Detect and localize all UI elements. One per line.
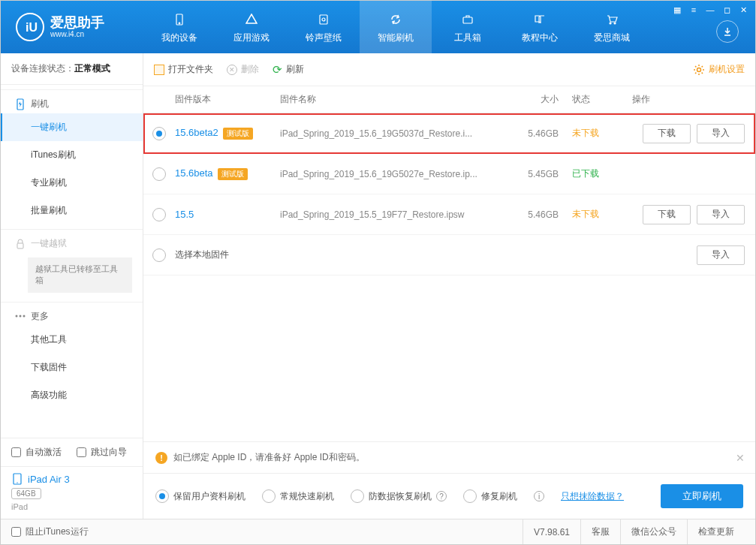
flash-now-button[interactable]: 立即刷机 <box>661 484 743 508</box>
mode-repair[interactable]: 修复刷机 <box>463 489 517 503</box>
win-close-icon[interactable]: ✕ <box>736 4 751 16</box>
sidebar-item-download-fw[interactable]: 下载固件 <box>1 354 143 381</box>
op-button[interactable]: 下载 <box>643 205 691 224</box>
op-button[interactable]: 导入 <box>697 245 745 265</box>
nav-apps[interactable]: 应用游戏 <box>215 1 288 53</box>
sidebar-item-advanced[interactable]: 高级功能 <box>1 381 143 409</box>
sidebar-group-flash: 刷机 <box>1 89 143 113</box>
app-logo-icon: iU <box>16 13 44 41</box>
refresh-button[interactable]: ⟳刷新 <box>273 63 304 77</box>
nav-smart-flash[interactable]: 智能刷机 <box>360 1 432 53</box>
table-row[interactable]: 15.5 iPad_Spring_2019_15.5_19F77_Restore… <box>143 194 755 235</box>
jailbreak-note: 越狱工具已转移至工具箱 <box>28 257 132 293</box>
mode-row: 保留用户资料刷机 常规快速刷机 防数据恢复刷机? 修复刷机 i 只想抹除数据？ … <box>143 474 755 519</box>
block-itunes-checkbox[interactable] <box>11 527 21 537</box>
auto-activate-label: 自动激活 <box>26 446 62 459</box>
device-icon <box>170 11 188 29</box>
apps-icon <box>242 11 261 29</box>
nav-toolbox[interactable]: 工具箱 <box>432 1 504 53</box>
col-size: 大小 <box>512 93 572 106</box>
sidebar-item-pro-flash[interactable]: 专业刷机 <box>1 169 143 197</box>
firmware-name: iPad_Spring_2019_15.6_19G5037d_Restore.i… <box>280 128 512 139</box>
kefu-button[interactable]: 客服 <box>580 519 620 544</box>
size-text: 5.46GB <box>512 128 572 139</box>
svg-point-11 <box>20 315 22 318</box>
status-text: 未下载 <box>572 127 632 140</box>
table-row[interactable]: 15.6beta2测试版 iPad_Spring_2019_15.6_19G50… <box>143 113 755 154</box>
device-capacity: 64GB <box>11 488 41 499</box>
table-row[interactable]: 15.6beta测试版 iPad_Spring_2019_15.6_19G502… <box>143 154 755 194</box>
nav-store[interactable]: 爱思商城 <box>576 1 648 53</box>
device-type: iPad <box>11 502 132 511</box>
download-manager-button[interactable] <box>716 20 739 43</box>
skip-guide-label: 跳过向导 <box>91 446 127 459</box>
table-row[interactable]: 选择本地固件 导入 <box>143 235 755 276</box>
music-icon <box>315 11 333 29</box>
op-button[interactable]: 导入 <box>697 124 745 143</box>
row-radio[interactable] <box>152 167 166 181</box>
svg-rect-5 <box>463 17 472 23</box>
app-site: www.i4.cn <box>50 30 104 38</box>
svg-point-6 <box>610 23 611 24</box>
col-op: 操作 <box>632 93 745 106</box>
status-text: 已下载 <box>572 167 632 180</box>
sidebar-item-other-tools[interactable]: 其他工具 <box>1 326 143 354</box>
svg-point-7 <box>614 23 616 24</box>
col-version: 固件版本 <box>175 93 280 106</box>
win-maximize-icon[interactable]: ◻ <box>719 4 734 16</box>
gear-icon <box>693 64 705 76</box>
col-status: 状态 <box>572 93 632 106</box>
row-radio[interactable] <box>152 127 166 140</box>
nav-ringtones[interactable]: 铃声壁纸 <box>288 1 360 53</box>
open-folder-button[interactable]: 打开文件夹 <box>154 63 213 76</box>
mode-normal[interactable]: 常规快速刷机 <box>262 489 334 503</box>
svg-point-10 <box>16 315 18 318</box>
row-radio[interactable] <box>152 248 166 262</box>
auto-activate-checkbox[interactable] <box>11 447 21 457</box>
toolbar: 打开文件夹 ✕删除 ⟳刷新 刷机设置 <box>143 53 755 86</box>
sidebar: 设备连接状态：正常模式 刷机 一键刷机 iTunes刷机 专业刷机 批量刷机 一… <box>1 53 143 519</box>
window-controls: ▦ ≡ — ◻ ✕ <box>670 4 751 16</box>
win-menu-icon[interactable]: ≡ <box>686 4 701 16</box>
book-icon <box>531 11 549 29</box>
nav-my-device[interactable]: 我的设备 <box>143 1 215 53</box>
wechat-button[interactable]: 微信公众号 <box>620 519 687 544</box>
check-update-button[interactable]: 检查更新 <box>687 519 745 544</box>
svg-point-14 <box>17 482 17 483</box>
sidebar-group-more: 更多 <box>1 302 143 326</box>
flash-settings-button[interactable]: 刷机设置 <box>693 63 745 76</box>
nav-tutorials[interactable]: 教程中心 <box>504 1 576 53</box>
svg-point-4 <box>322 18 325 21</box>
erase-only-link[interactable]: 只想抹除数据？ <box>561 490 624 503</box>
logo-area: iU 爱思助手 www.i4.cn <box>1 13 143 41</box>
row-radio[interactable] <box>152 208 166 221</box>
skip-guide-checkbox[interactable] <box>77 447 86 457</box>
svg-rect-3 <box>320 15 327 24</box>
svg-point-2 <box>179 23 180 24</box>
version-text: 15.6beta2 <box>175 127 218 138</box>
beta-badge: 测试版 <box>218 168 248 180</box>
titlebar: iU 爱思助手 www.i4.cn 我的设备 应用游戏 铃声壁纸 智能刷机 工具… <box>1 1 755 53</box>
sidebar-item-batch-flash[interactable]: 批量刷机 <box>1 197 143 224</box>
info-icon[interactable]: ? <box>436 491 447 501</box>
toolbox-icon <box>459 11 477 29</box>
app-name: 爱思助手 <box>50 16 104 31</box>
size-text: 5.45GB <box>512 169 572 179</box>
op-button[interactable]: 导入 <box>697 205 745 224</box>
delete-button: ✕删除 <box>227 63 259 76</box>
sidebar-item-itunes-flash[interactable]: iTunes刷机 <box>1 141 143 169</box>
mode-keep-data[interactable]: 保留用户资料刷机 <box>155 489 245 503</box>
sidebar-item-oneclick-flash[interactable]: 一键刷机 <box>1 113 143 141</box>
device-card[interactable]: iPad Air 3 64GB iPad <box>1 466 143 519</box>
win-grid-icon[interactable]: ▦ <box>670 4 685 16</box>
refresh-icon: ⟳ <box>273 63 282 77</box>
mode-antirecover[interactable]: 防数据恢复刷机? <box>351 489 447 503</box>
win-minimize-icon[interactable]: — <box>703 4 718 16</box>
info-icon[interactable]: i <box>534 491 544 501</box>
sidebar-group-jailbreak: 一键越狱 <box>1 229 143 253</box>
op-button[interactable]: 下载 <box>643 124 691 143</box>
svg-point-15 <box>697 68 701 71</box>
version-text: 15.6beta <box>175 167 213 179</box>
alert-close-button[interactable]: ✕ <box>736 452 745 464</box>
block-itunes-label: 阻止iTunes运行 <box>26 525 89 538</box>
